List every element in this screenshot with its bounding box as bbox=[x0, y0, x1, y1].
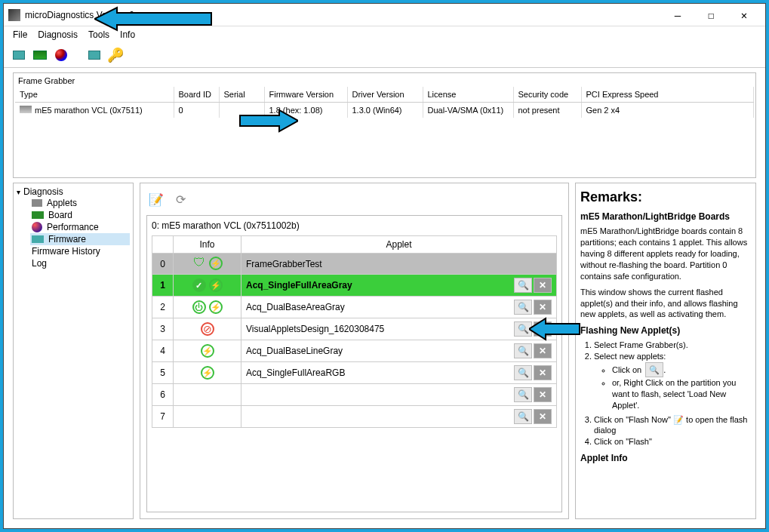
row-info: ⚡ bbox=[174, 275, 241, 297]
remarks-step1: Select Frame Grabber(s). bbox=[594, 340, 751, 351]
applets-icon bbox=[32, 199, 42, 207]
remarks-panel[interactable]: Remarks: mE5 Marathon/LightBridge Boards… bbox=[575, 183, 756, 519]
refresh-button[interactable]: ⟳ bbox=[171, 189, 190, 209]
applet-row[interactable]: 6🔍✕ bbox=[152, 384, 557, 406]
flash-button[interactable]: 🔍 bbox=[514, 278, 532, 293]
applet-row[interactable]: 7🔍✕ bbox=[152, 406, 557, 428]
power-icon: ⏻ bbox=[192, 300, 206, 314]
tree-board[interactable]: Board bbox=[30, 209, 130, 221]
row-info: ⏻⚡ bbox=[174, 297, 241, 318]
delete-button[interactable]: ✕ bbox=[534, 409, 552, 424]
check-icon bbox=[192, 278, 206, 292]
toolbar-btn-1[interactable] bbox=[10, 46, 28, 64]
fg-serial bbox=[219, 103, 264, 118]
remarks-step2: Select new applets: Click on 🔍. or, Righ… bbox=[594, 351, 751, 411]
fg-row[interactable]: mE5 marathon VCL (0x7511) 0 1.8 (hex: 1.… bbox=[15, 103, 754, 118]
applet-name: Acq_SingleFullAreaRGB bbox=[246, 367, 345, 378]
window-title: microDiagnostics Version 6 bbox=[25, 10, 134, 20]
bolt-icon: ⚡ bbox=[201, 366, 214, 380]
frame-grabber-panel: Frame Grabber Type Board ID Serial Firmw… bbox=[13, 72, 756, 178]
tree-fw-history[interactable]: Firmware History bbox=[30, 245, 130, 257]
fg-driver: 1.3.0 (Win64) bbox=[347, 103, 423, 118]
remarks-p1: mE5 Marathon/LightBridge boards contain … bbox=[580, 226, 751, 281]
tree-root[interactable]: ▾ Diagnosis bbox=[17, 186, 130, 197]
row-index: 3 bbox=[152, 318, 174, 340]
delete-button[interactable]: ✕ bbox=[534, 278, 552, 293]
row-info bbox=[174, 384, 241, 406]
fg-col-boardid[interactable]: Board ID bbox=[174, 87, 219, 103]
chevron-down-icon: ▾ bbox=[17, 188, 20, 196]
tree-performance[interactable]: Performance bbox=[30, 221, 130, 233]
bolt-icon: ⚡ bbox=[209, 278, 223, 292]
flash-button[interactable]: 🔍 bbox=[514, 409, 532, 424]
toolbar-btn-color[interactable] bbox=[52, 46, 70, 64]
flash-button[interactable]: 🔍 bbox=[514, 365, 532, 380]
menu-file[interactable]: File bbox=[13, 29, 27, 40]
remarks-p2: This window shows the current flashed ap… bbox=[580, 287, 751, 321]
applet-row[interactable]: 3VisualAppletsDesign_1620308475🔍✕ bbox=[152, 318, 557, 340]
menu-tools[interactable]: Tools bbox=[88, 29, 109, 40]
toolbar-btn-board[interactable] bbox=[31, 46, 49, 64]
applet-name: FrameGrabberTest bbox=[246, 259, 322, 269]
remarks-sub3: Applet Info bbox=[580, 452, 751, 464]
fg-col-license[interactable]: License bbox=[423, 87, 513, 103]
tree-root-label: Diagnosis bbox=[23, 186, 63, 197]
tree-applets[interactable]: Applets bbox=[30, 197, 130, 209]
delete-button[interactable]: ✕ bbox=[534, 365, 552, 380]
fg-col-pci[interactable]: PCI Express Speed bbox=[581, 87, 754, 103]
flash-icon-inline: 🔍 bbox=[645, 362, 663, 377]
key-icon: 🔑 bbox=[107, 49, 124, 61]
applet-name: Acq_DualBaseAreaGray bbox=[246, 302, 345, 312]
row-index: 0 bbox=[152, 254, 174, 275]
menu-diagnosis[interactable]: Diagnosis bbox=[38, 29, 78, 40]
applet-row[interactable]: 2⏻⚡Acq_DualBaseAreaGray🔍✕ bbox=[152, 297, 557, 318]
fg-col-fw[interactable]: Firmware Version bbox=[264, 87, 347, 103]
flash-now-icon: 📝 bbox=[673, 415, 684, 424]
diagnosis-tree: ▾ Diagnosis Applets Board Performance Fi… bbox=[13, 183, 134, 519]
flash-button[interactable]: 🔍 bbox=[514, 343, 532, 358]
firmware-icon bbox=[32, 235, 44, 243]
fg-type: mE5 marathon VCL (0x7511) bbox=[35, 106, 143, 115]
fg-boardid: 0 bbox=[174, 103, 219, 118]
remarks-step2b: or, Right Click on the partition you wan… bbox=[612, 377, 751, 411]
frame-grabber-table: Type Board ID Serial Firmware Version Dr… bbox=[15, 87, 754, 118]
row-info: 🛡⚡ bbox=[174, 254, 241, 275]
remarks-step4: Click on "Flash" bbox=[594, 436, 751, 447]
row-index: 7 bbox=[152, 406, 174, 428]
fg-firmware: 1.8 (hex: 1.08) bbox=[264, 103, 347, 118]
flash-button[interactable]: 🔍 bbox=[514, 387, 532, 402]
toolbar-btn-key[interactable]: 🔑 bbox=[106, 46, 125, 64]
applet-box-title: 0: mE5 marathon VCL (0x7511002b) bbox=[152, 220, 557, 231]
delete-button[interactable]: ✕ bbox=[534, 387, 552, 402]
applet-box: 0: mE5 marathon VCL (0x7511002b) Info Ap… bbox=[146, 215, 562, 512]
row-info: ⚡ bbox=[174, 362, 241, 384]
fg-col-security[interactable]: Security code bbox=[513, 87, 581, 103]
fg-col-type[interactable]: Type bbox=[15, 87, 174, 103]
delete-button[interactable]: ✕ bbox=[534, 300, 552, 315]
delete-button[interactable]: ✕ bbox=[534, 343, 552, 358]
close-button[interactable]: ✕ bbox=[727, 5, 761, 26]
board-icon bbox=[32, 211, 44, 219]
flash-now-button[interactable]: 📝 bbox=[146, 189, 166, 209]
applet-row[interactable]: 4⚡Acq_DualBaseLineGray🔍✕ bbox=[152, 340, 557, 362]
tree-log[interactable]: Log bbox=[30, 257, 130, 269]
applet-name: VisualAppletsDesign_1620308475 bbox=[246, 324, 384, 334]
frame-grabber-label: Frame Grabber bbox=[15, 75, 754, 87]
bolt-icon: ⚡ bbox=[209, 257, 223, 270]
remarks-sub1: mE5 Marathon/LightBridge Boards bbox=[580, 211, 751, 223]
flash-button[interactable]: 🔍 bbox=[514, 321, 532, 337]
applet-row[interactable]: 5⚡Acq_SingleFullAreaRGB🔍✕ bbox=[152, 362, 557, 384]
fg-col-serial[interactable]: Serial bbox=[219, 87, 264, 103]
delete-button[interactable]: ✕ bbox=[534, 321, 552, 337]
row-info: ⚡ bbox=[174, 340, 241, 362]
applet-row[interactable]: 1⚡Acq_SingleFullAreaGray🔍✕ bbox=[152, 275, 557, 297]
menu-info[interactable]: Info bbox=[120, 29, 135, 40]
toolbar-btn-chip2[interactable] bbox=[85, 46, 103, 64]
minimize-button[interactable]: — bbox=[661, 5, 694, 26]
maximize-button[interactable]: ☐ bbox=[694, 5, 727, 26]
flash-button[interactable]: 🔍 bbox=[514, 300, 532, 315]
tree-firmware[interactable]: Firmware bbox=[30, 233, 130, 245]
shield-icon: 🛡 bbox=[192, 257, 206, 271]
fg-col-driver[interactable]: Driver Version bbox=[347, 87, 423, 103]
applet-row[interactable]: 0🛡⚡FrameGrabberTest bbox=[152, 254, 557, 275]
